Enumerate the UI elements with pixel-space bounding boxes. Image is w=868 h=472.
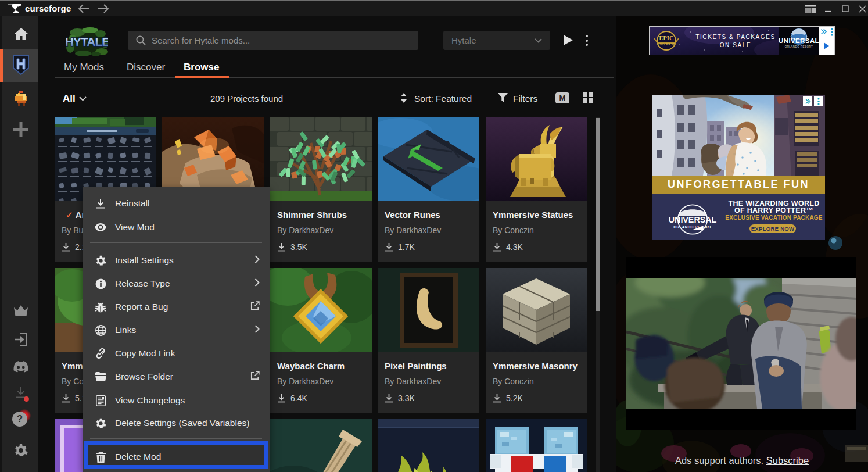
svg-text:EPIC: EPIC: [659, 35, 673, 41]
svg-text:ORLANDO RESORT: ORLANDO RESORT: [673, 225, 712, 229]
svg-text:TICKETS & PACKAGES: TICKETS & PACKAGES: [695, 34, 776, 40]
svg-text:UNIVERSAL: UNIVERSAL: [779, 37, 819, 44]
svg-text:HYTALE: HYTALE: [66, 35, 108, 48]
svg-text:UNIVERSAL: UNIVERSAL: [669, 215, 717, 224]
svg-text:UNIVERSE: UNIVERSE: [657, 42, 676, 46]
svg-text:ORLANDO RESORT: ORLANDO RESORT: [785, 45, 813, 48]
svg-text:ON SALE: ON SALE: [720, 42, 752, 48]
